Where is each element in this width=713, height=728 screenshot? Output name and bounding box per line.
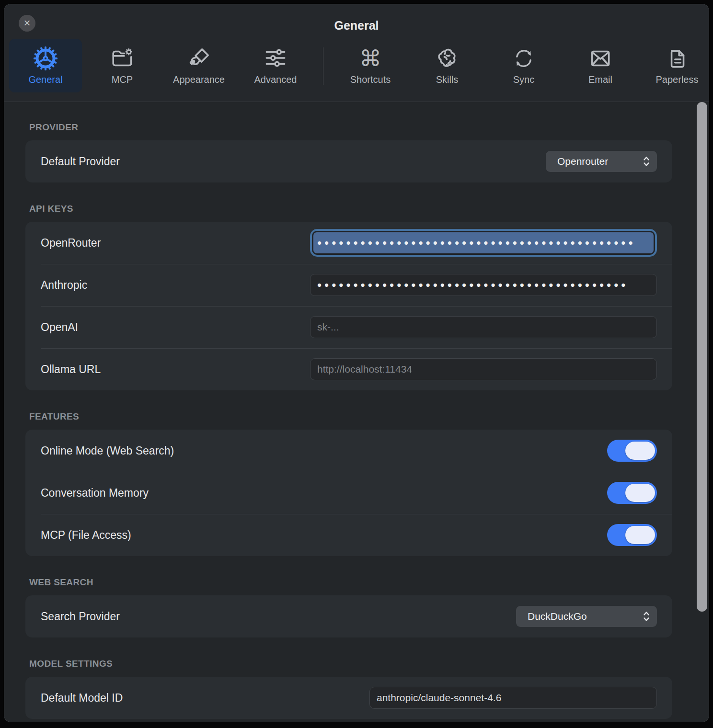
tab-label: Appearance bbox=[173, 74, 225, 85]
chevron-up-down-icon bbox=[643, 610, 650, 623]
default-model-id-input[interactable] bbox=[377, 692, 650, 704]
conversation-memory-row: Conversation Memory bbox=[25, 472, 672, 514]
tab-paperless[interactable]: Paperless bbox=[641, 39, 709, 92]
tab-skills[interactable]: Skills bbox=[411, 39, 483, 92]
settings-content: PROVIDER Default Provider Openrouter API… bbox=[4, 102, 709, 722]
default-provider-select[interactable]: Openrouter bbox=[546, 151, 657, 172]
row-label: OpenRouter bbox=[41, 237, 310, 250]
online-mode-row: Online Mode (Web Search) bbox=[25, 430, 672, 472]
row-label: OpenAI bbox=[41, 321, 310, 334]
tab-label: Sync bbox=[513, 74, 534, 85]
default-model-id-field bbox=[369, 687, 657, 709]
conversation-memory-toggle[interactable] bbox=[607, 482, 657, 504]
tab-label: Shortcuts bbox=[350, 74, 391, 85]
select-value: Openrouter bbox=[557, 156, 608, 167]
folder-gear-icon bbox=[110, 45, 134, 72]
window-header: × General bbox=[4, 4, 709, 102]
ollama-url-row: Ollama URL bbox=[25, 348, 672, 390]
section-header-api-keys: API KEYS bbox=[29, 204, 672, 214]
row-label: MCP (File Access) bbox=[41, 529, 607, 542]
settings-toolbar: General bbox=[9, 39, 709, 95]
page-title: General bbox=[4, 19, 709, 33]
paintbrush-icon bbox=[187, 45, 211, 72]
masked-api-key: ••••••••••••••••••••••••••••••••••••••••… bbox=[317, 274, 628, 296]
openrouter-key-input[interactable]: ••••••••••••••••••••••••••••••••••••••••… bbox=[310, 229, 657, 257]
ollama-url-input[interactable] bbox=[317, 364, 650, 375]
masked-api-key: ••••••••••••••••••••••••••••••••••••••••… bbox=[317, 232, 636, 253]
row-label: Anthropic bbox=[41, 279, 310, 292]
model-settings-card: Default Model ID bbox=[25, 677, 672, 719]
document-icon bbox=[665, 45, 689, 72]
openai-key-input[interactable] bbox=[317, 321, 650, 333]
openrouter-key-row: OpenRouter •••••••••••••••••••••••••••••… bbox=[25, 222, 672, 264]
mcp-file-access-row: MCP (File Access) bbox=[25, 514, 672, 556]
section-header-web-search: WEB SEARCH bbox=[29, 577, 672, 588]
row-label: Conversation Memory bbox=[41, 487, 607, 500]
section-header-features: FEATURES bbox=[29, 411, 672, 422]
sync-arrows-icon bbox=[512, 45, 536, 72]
row-label: Ollama URL bbox=[41, 363, 310, 376]
anthropic-key-input[interactable]: ••••••••••••••••••••••••••••••••••••••••… bbox=[310, 274, 657, 296]
tab-label: Advanced bbox=[254, 74, 297, 85]
search-provider-row: Search Provider DuckDuckGo bbox=[25, 595, 672, 637]
tab-mcp[interactable]: MCP bbox=[86, 39, 159, 92]
default-provider-row: Default Provider Openrouter bbox=[25, 140, 672, 182]
command-icon: ⌘ bbox=[359, 45, 381, 72]
envelope-icon bbox=[588, 45, 612, 72]
tab-label: Email bbox=[588, 74, 612, 85]
openai-key-field bbox=[310, 316, 657, 338]
toggle-knob bbox=[625, 442, 655, 460]
toggle-knob bbox=[625, 526, 655, 544]
row-label: Default Provider bbox=[41, 155, 546, 168]
default-model-id-row: Default Model ID bbox=[25, 677, 672, 719]
features-card: Online Mode (Web Search) Conversation Me… bbox=[25, 430, 672, 556]
web-search-card: Search Provider DuckDuckGo bbox=[25, 595, 672, 637]
tab-shortcuts[interactable]: ⌘ Shortcuts bbox=[334, 39, 407, 92]
row-label: Default Model ID bbox=[41, 692, 369, 705]
section-header-provider: PROVIDER bbox=[29, 122, 672, 133]
tab-label: Paperless bbox=[656, 74, 699, 85]
tab-advanced[interactable]: Advanced bbox=[239, 39, 312, 92]
tab-label: Skills bbox=[436, 74, 459, 85]
openai-key-row: OpenAI bbox=[25, 306, 672, 348]
scrollbar-thumb[interactable] bbox=[697, 102, 707, 612]
row-label: Search Provider bbox=[41, 610, 516, 623]
api-keys-card: OpenRouter •••••••••••••••••••••••••••••… bbox=[25, 222, 672, 390]
anthropic-key-row: Anthropic ••••••••••••••••••••••••••••••… bbox=[25, 264, 672, 306]
toggle-knob bbox=[625, 484, 655, 502]
ollama-url-field bbox=[310, 358, 657, 380]
section-header-model-settings: MODEL SETTINGS bbox=[29, 659, 672, 669]
tab-general[interactable]: General bbox=[9, 39, 82, 92]
search-provider-select[interactable]: DuckDuckGo bbox=[516, 606, 657, 627]
mcp-file-access-toggle[interactable] bbox=[607, 524, 657, 546]
gear-icon bbox=[33, 45, 58, 72]
row-label: Online Mode (Web Search) bbox=[41, 444, 607, 457]
tab-email[interactable]: Email bbox=[564, 39, 637, 92]
settings-window: × General bbox=[4, 4, 709, 722]
chevron-up-down-icon bbox=[643, 155, 650, 168]
provider-card: Default Provider Openrouter bbox=[25, 140, 672, 182]
tab-label: MCP bbox=[112, 74, 133, 85]
online-mode-toggle[interactable] bbox=[607, 440, 657, 462]
tab-sync[interactable]: Sync bbox=[487, 39, 560, 92]
select-value: DuckDuckGo bbox=[528, 611, 587, 622]
selected-text-highlight: ••••••••••••••••••••••••••••••••••••••••… bbox=[313, 232, 654, 253]
brain-icon bbox=[435, 45, 459, 72]
tab-appearance[interactable]: Appearance bbox=[162, 39, 235, 92]
sliders-icon bbox=[264, 45, 288, 72]
toolbar-divider bbox=[323, 47, 323, 85]
tab-label: General bbox=[28, 74, 62, 85]
